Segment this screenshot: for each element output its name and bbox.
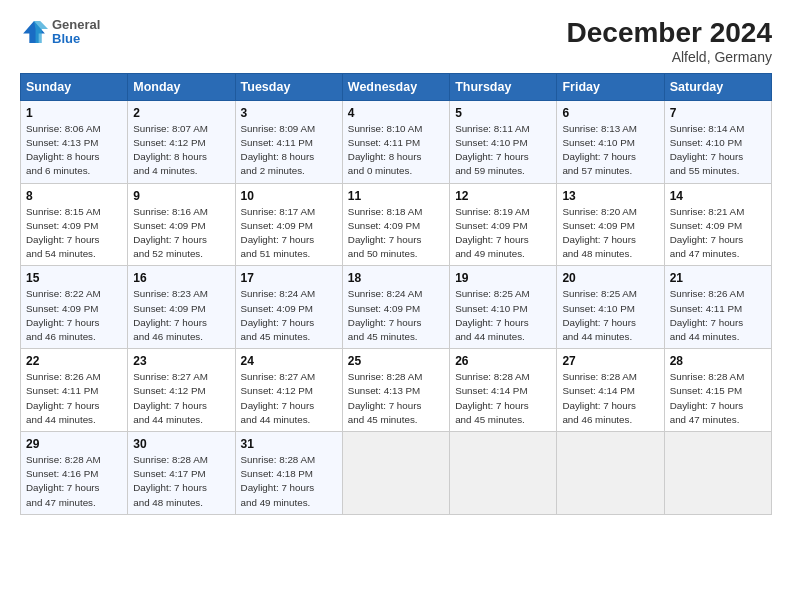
col-sunday: Sunday (21, 73, 128, 100)
day-number: 30 (133, 437, 229, 451)
day-info: Sunrise: 8:25 AMSunset: 4:10 PMDaylight:… (562, 287, 658, 344)
calendar-cell: 24Sunrise: 8:27 AMSunset: 4:12 PMDayligh… (235, 349, 342, 432)
title-block: December 2024 Alfeld, Germany (567, 18, 772, 65)
day-number: 16 (133, 271, 229, 285)
day-info: Sunrise: 8:06 AMSunset: 4:13 PMDaylight:… (26, 122, 122, 179)
day-number: 31 (241, 437, 337, 451)
day-info: Sunrise: 8:28 AMSunset: 4:14 PMDaylight:… (562, 370, 658, 427)
col-saturday: Saturday (664, 73, 771, 100)
day-number: 22 (26, 354, 122, 368)
calendar-cell: 12Sunrise: 8:19 AMSunset: 4:09 PMDayligh… (450, 183, 557, 266)
day-info: Sunrise: 8:28 AMSunset: 4:13 PMDaylight:… (348, 370, 444, 427)
calendar-cell: 18Sunrise: 8:24 AMSunset: 4:09 PMDayligh… (342, 266, 449, 349)
day-number: 2 (133, 106, 229, 120)
calendar-cell: 26Sunrise: 8:28 AMSunset: 4:14 PMDayligh… (450, 349, 557, 432)
day-info: Sunrise: 8:09 AMSunset: 4:11 PMDaylight:… (241, 122, 337, 179)
calendar-cell: 4Sunrise: 8:10 AMSunset: 4:11 PMDaylight… (342, 100, 449, 183)
calendar-cell: 21Sunrise: 8:26 AMSunset: 4:11 PMDayligh… (664, 266, 771, 349)
calendar-cell: 9Sunrise: 8:16 AMSunset: 4:09 PMDaylight… (128, 183, 235, 266)
calendar-cell: 11Sunrise: 8:18 AMSunset: 4:09 PMDayligh… (342, 183, 449, 266)
calendar-cell: 28Sunrise: 8:28 AMSunset: 4:15 PMDayligh… (664, 349, 771, 432)
day-number: 19 (455, 271, 551, 285)
day-number: 20 (562, 271, 658, 285)
day-info: Sunrise: 8:14 AMSunset: 4:10 PMDaylight:… (670, 122, 766, 179)
day-info: Sunrise: 8:28 AMSunset: 4:15 PMDaylight:… (670, 370, 766, 427)
calendar-cell: 27Sunrise: 8:28 AMSunset: 4:14 PMDayligh… (557, 349, 664, 432)
day-info: Sunrise: 8:26 AMSunset: 4:11 PMDaylight:… (670, 287, 766, 344)
col-tuesday: Tuesday (235, 73, 342, 100)
day-info: Sunrise: 8:26 AMSunset: 4:11 PMDaylight:… (26, 370, 122, 427)
day-number: 8 (26, 189, 122, 203)
page: General Blue December 2024 Alfeld, Germa… (0, 0, 792, 612)
day-number: 23 (133, 354, 229, 368)
location: Alfeld, Germany (567, 49, 772, 65)
day-info: Sunrise: 8:10 AMSunset: 4:11 PMDaylight:… (348, 122, 444, 179)
calendar-week-4: 22Sunrise: 8:26 AMSunset: 4:11 PMDayligh… (21, 349, 772, 432)
day-info: Sunrise: 8:20 AMSunset: 4:09 PMDaylight:… (562, 205, 658, 262)
calendar-cell: 15Sunrise: 8:22 AMSunset: 4:09 PMDayligh… (21, 266, 128, 349)
day-number: 24 (241, 354, 337, 368)
calendar-cell: 8Sunrise: 8:15 AMSunset: 4:09 PMDaylight… (21, 183, 128, 266)
calendar-cell: 19Sunrise: 8:25 AMSunset: 4:10 PMDayligh… (450, 266, 557, 349)
calendar-cell: 3Sunrise: 8:09 AMSunset: 4:11 PMDaylight… (235, 100, 342, 183)
day-number: 4 (348, 106, 444, 120)
calendar-cell: 23Sunrise: 8:27 AMSunset: 4:12 PMDayligh… (128, 349, 235, 432)
day-info: Sunrise: 8:07 AMSunset: 4:12 PMDaylight:… (133, 122, 229, 179)
col-wednesday: Wednesday (342, 73, 449, 100)
day-info: Sunrise: 8:28 AMSunset: 4:17 PMDaylight:… (133, 453, 229, 510)
calendar-cell: 5Sunrise: 8:11 AMSunset: 4:10 PMDaylight… (450, 100, 557, 183)
day-number: 25 (348, 354, 444, 368)
day-number: 15 (26, 271, 122, 285)
day-info: Sunrise: 8:28 AMSunset: 4:18 PMDaylight:… (241, 453, 337, 510)
day-info: Sunrise: 8:27 AMSunset: 4:12 PMDaylight:… (133, 370, 229, 427)
header: General Blue December 2024 Alfeld, Germa… (20, 18, 772, 65)
day-number: 1 (26, 106, 122, 120)
col-friday: Friday (557, 73, 664, 100)
header-row: Sunday Monday Tuesday Wednesday Thursday… (21, 73, 772, 100)
calendar-cell: 10Sunrise: 8:17 AMSunset: 4:09 PMDayligh… (235, 183, 342, 266)
day-number: 21 (670, 271, 766, 285)
day-info: Sunrise: 8:28 AMSunset: 4:14 PMDaylight:… (455, 370, 551, 427)
day-info: Sunrise: 8:17 AMSunset: 4:09 PMDaylight:… (241, 205, 337, 262)
day-info: Sunrise: 8:27 AMSunset: 4:12 PMDaylight:… (241, 370, 337, 427)
calendar-cell: 7Sunrise: 8:14 AMSunset: 4:10 PMDaylight… (664, 100, 771, 183)
day-info: Sunrise: 8:24 AMSunset: 4:09 PMDaylight:… (348, 287, 444, 344)
calendar-cell: 20Sunrise: 8:25 AMSunset: 4:10 PMDayligh… (557, 266, 664, 349)
day-number: 14 (670, 189, 766, 203)
calendar-week-1: 1Sunrise: 8:06 AMSunset: 4:13 PMDaylight… (21, 100, 772, 183)
day-number: 5 (455, 106, 551, 120)
day-number: 29 (26, 437, 122, 451)
calendar-week-3: 15Sunrise: 8:22 AMSunset: 4:09 PMDayligh… (21, 266, 772, 349)
day-info: Sunrise: 8:11 AMSunset: 4:10 PMDaylight:… (455, 122, 551, 179)
calendar-cell: 29Sunrise: 8:28 AMSunset: 4:16 PMDayligh… (21, 432, 128, 515)
day-number: 17 (241, 271, 337, 285)
day-info: Sunrise: 8:13 AMSunset: 4:10 PMDaylight:… (562, 122, 658, 179)
calendar-week-2: 8Sunrise: 8:15 AMSunset: 4:09 PMDaylight… (21, 183, 772, 266)
day-number: 10 (241, 189, 337, 203)
logo-blue: Blue (52, 32, 100, 46)
day-number: 18 (348, 271, 444, 285)
day-info: Sunrise: 8:28 AMSunset: 4:16 PMDaylight:… (26, 453, 122, 510)
day-number: 28 (670, 354, 766, 368)
calendar-cell (557, 432, 664, 515)
day-info: Sunrise: 8:19 AMSunset: 4:09 PMDaylight:… (455, 205, 551, 262)
calendar-cell (342, 432, 449, 515)
calendar-cell (450, 432, 557, 515)
logo-general: General (52, 18, 100, 32)
day-info: Sunrise: 8:16 AMSunset: 4:09 PMDaylight:… (133, 205, 229, 262)
day-number: 9 (133, 189, 229, 203)
day-number: 27 (562, 354, 658, 368)
day-number: 26 (455, 354, 551, 368)
day-number: 6 (562, 106, 658, 120)
calendar-cell: 31Sunrise: 8:28 AMSunset: 4:18 PMDayligh… (235, 432, 342, 515)
day-info: Sunrise: 8:24 AMSunset: 4:09 PMDaylight:… (241, 287, 337, 344)
day-info: Sunrise: 8:25 AMSunset: 4:10 PMDaylight:… (455, 287, 551, 344)
calendar-week-5: 29Sunrise: 8:28 AMSunset: 4:16 PMDayligh… (21, 432, 772, 515)
day-info: Sunrise: 8:23 AMSunset: 4:09 PMDaylight:… (133, 287, 229, 344)
calendar-cell: 22Sunrise: 8:26 AMSunset: 4:11 PMDayligh… (21, 349, 128, 432)
day-number: 12 (455, 189, 551, 203)
calendar-cell: 6Sunrise: 8:13 AMSunset: 4:10 PMDaylight… (557, 100, 664, 183)
calendar-cell (664, 432, 771, 515)
calendar-cell: 1Sunrise: 8:06 AMSunset: 4:13 PMDaylight… (21, 100, 128, 183)
logo-text: General Blue (52, 18, 100, 47)
